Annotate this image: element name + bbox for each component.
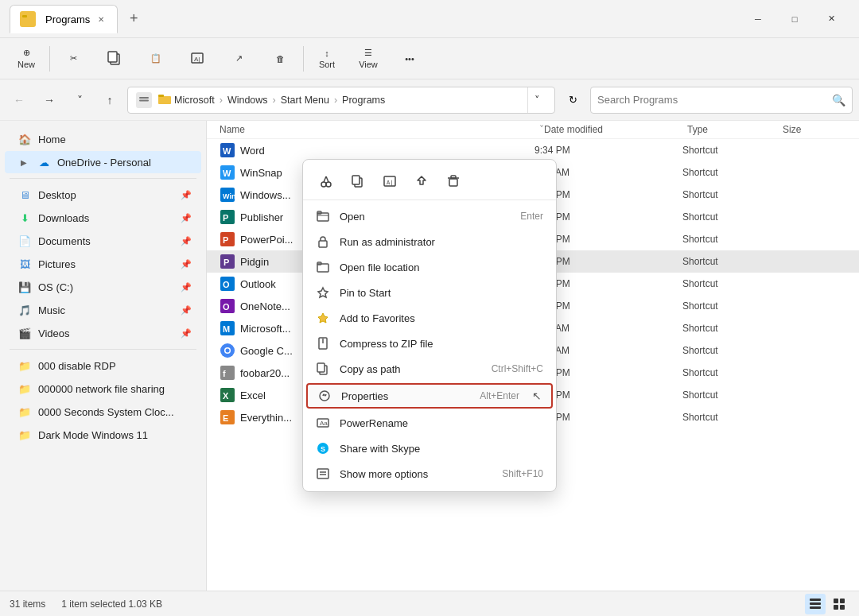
refresh-button[interactable]: ↻	[560, 87, 585, 113]
svg-line-47	[326, 176, 328, 182]
view-button[interactable]: ☰ View	[348, 41, 388, 76]
sidebar-item-folder-clock[interactable]: 📁 0000 Seconds System Cloc...	[5, 401, 201, 423]
breadcrumb-programs[interactable]: Programs	[342, 95, 385, 106]
list-view-toggle[interactable]	[805, 594, 826, 614]
share-button[interactable]: ↗	[219, 41, 258, 76]
ctx-rename-button[interactable]: A|	[376, 169, 403, 193]
ctx-item-properties[interactable]: Properties Alt+Enter ↖	[306, 383, 553, 409]
sidebar-item-home[interactable]: 🏠 Home	[5, 128, 201, 150]
outlook-icon: O	[220, 276, 235, 292]
more-button[interactable]: •••	[390, 41, 430, 76]
downloads-pin-icon: 📌	[181, 213, 192, 223]
tab-title: Programs	[45, 14, 90, 25]
col-type-header[interactable]: Type	[687, 124, 783, 135]
ctx-item-open[interactable]: Open Enter	[303, 203, 556, 229]
paste-button[interactable]: 📋	[136, 41, 176, 76]
file-name-word: Word	[240, 145, 530, 157]
toolbar-separator-1	[49, 46, 50, 72]
breadcrumb-expand[interactable]	[136, 92, 152, 108]
ctx-item-favorites[interactable]: Add to Favorites	[303, 305, 556, 331]
home-icon: 🏠	[17, 132, 32, 146]
search-input[interactable]	[597, 94, 827, 106]
sidebar-item-desktop[interactable]: 🖥 Desktop 📌	[5, 184, 201, 206]
svg-point-45	[326, 182, 331, 187]
sidebar-label-osc: OS (C:)	[38, 281, 73, 293]
ctx-item-runas[interactable]: Run as administrator	[303, 229, 556, 254]
close-button[interactable]: ✕	[813, 6, 849, 32]
ctx-cut-button[interactable]	[313, 169, 340, 193]
ctx-item-openfileloc[interactable]: Open file location	[303, 254, 556, 280]
active-tab[interactable]: Programs ✕	[10, 5, 118, 33]
forward-button[interactable]: →	[37, 87, 62, 113]
up-button[interactable]: ↑	[97, 87, 122, 113]
ctx-pin-label: Pin to Start	[340, 287, 543, 299]
new-button[interactable]: ⊕ New	[6, 41, 46, 76]
grid-view-toggle[interactable]	[829, 594, 849, 614]
col-size-header[interactable]: Size	[783, 124, 846, 135]
search-bar[interactable]: 🔍	[590, 87, 853, 114]
recent-locations-button[interactable]: ˅	[67, 87, 92, 113]
breadcrumb-sep-3: ›	[334, 95, 337, 106]
maximize-button[interactable]: □	[776, 6, 813, 32]
svg-text:W: W	[223, 146, 231, 156]
folder-rdp-icon: 📁	[17, 358, 32, 373]
tab-close-button[interactable]: ✕	[95, 13, 107, 25]
videos-pin-icon: 📌	[181, 328, 192, 339]
minimize-button[interactable]: ─	[740, 6, 776, 32]
osc-pin-icon: 📌	[181, 282, 192, 293]
ctx-powerrename-icon: Aa	[316, 416, 330, 430]
sidebar-item-folder-network[interactable]: 📁 000000 network file sharing	[5, 378, 201, 400]
new-tab-button[interactable]: +	[121, 6, 146, 32]
sidebar-item-folder-darkmode[interactable]: 📁 Dark Mode Windows 11	[5, 424, 201, 446]
svg-rect-41	[840, 599, 845, 603]
pictures-pin-icon: 📌	[181, 259, 192, 269]
ctx-item-pin[interactable]: Pin to Start	[303, 280, 556, 305]
delete-button[interactable]: 🗑	[260, 41, 300, 76]
ctx-item-zip[interactable]: Compress to ZIP file	[303, 331, 556, 356]
ctx-share-button[interactable]	[408, 169, 435, 193]
back-button[interactable]: ←	[6, 87, 32, 113]
col-date-header[interactable]: Date modified	[544, 124, 687, 135]
rename-button[interactable]: A|	[177, 41, 217, 76]
sidebar-item-music[interactable]: 🎵 Music 📌	[5, 299, 201, 321]
breadcrumb-bar[interactable]: Microsoft › Windows › Start Menu › Progr…	[127, 87, 555, 114]
svg-rect-65	[317, 363, 325, 372]
sidebar-label-documents: Documents	[38, 235, 91, 247]
file-row[interactable]: W Word 9:34 PM Shortcut	[207, 139, 859, 161]
ctx-properties-label: Properties	[341, 390, 470, 402]
everything-icon: E	[220, 409, 235, 425]
sidebar-item-documents[interactable]: 📄 Documents 📌	[5, 230, 201, 252]
ctx-item-powerrename[interactable]: Aa PowerRename	[303, 410, 556, 436]
sort-button[interactable]: ↕ Sort	[307, 41, 347, 76]
videos-icon: 🎬	[17, 326, 32, 340]
svg-rect-57	[319, 241, 327, 247]
sidebar-item-onedrive[interactable]: ▶ ☁ OneDrive - Personal	[5, 151, 201, 173]
breadcrumb-dropdown-button[interactable]: ˅	[527, 87, 546, 113]
ctx-item-copypath[interactable]: Copy as path Ctrl+Shift+C	[303, 356, 556, 382]
breadcrumb-microsoft[interactable]: Microsoft	[174, 95, 215, 106]
ctx-delete-button[interactable]	[440, 169, 467, 193]
sidebar-label-videos: Videos	[38, 327, 70, 339]
svg-text:E: E	[223, 413, 228, 423]
rename-icon: A|	[190, 51, 204, 67]
cut-button[interactable]: ✂	[53, 41, 93, 76]
folder-darkmode-icon: 📁	[17, 428, 32, 442]
ctx-copy-button[interactable]	[344, 169, 371, 193]
ctx-item-skype[interactable]: S Share with Skype	[303, 436, 556, 461]
sidebar-label-home: Home	[38, 134, 66, 145]
sidebar-item-videos[interactable]: 🎬 Videos 📌	[5, 322, 201, 344]
sidebar-item-folder-rdp[interactable]: 📁 000 disable RDP	[5, 354, 201, 377]
desktop-pin-icon: 📌	[181, 190, 192, 200]
breadcrumb-windows[interactable]: Windows	[227, 95, 268, 106]
sidebar-item-pictures[interactable]: 🖼 Pictures 📌	[5, 253, 201, 275]
sidebar-item-downloads[interactable]: ⬇ Downloads 📌	[5, 207, 201, 229]
col-name-header[interactable]: Name	[220, 124, 533, 135]
ctx-item-moreoptions[interactable]: Show more options Shift+F10	[303, 461, 556, 486]
breadcrumb-startmenu[interactable]: Start Menu	[281, 95, 329, 106]
cut-icon: ✂	[70, 53, 77, 64]
svg-rect-7	[139, 99, 149, 101]
ctx-open-label: Open	[340, 211, 511, 223]
sidebar-item-osc[interactable]: 💾 OS (C:) 📌	[5, 276, 201, 298]
desktop-icon: 🖥	[17, 188, 32, 202]
copy-button[interactable]	[95, 41, 134, 76]
